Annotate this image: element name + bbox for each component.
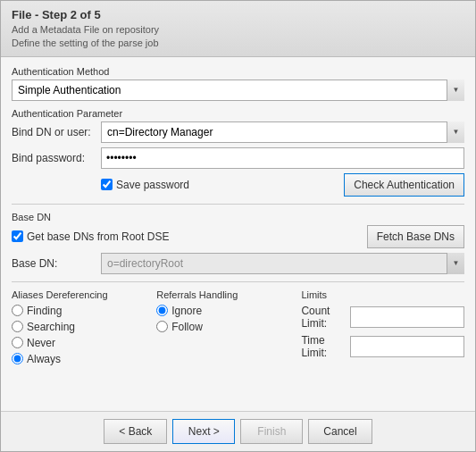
aliases-never[interactable]: Never — [12, 337, 147, 349]
auth-method-wrapper: Simple AuthenticationAnonymousDigest MD5… — [12, 80, 464, 101]
divider-1 — [12, 204, 464, 205]
dialog-title: File - Step 2 of 5 — [12, 8, 464, 21]
divider-2 — [12, 281, 464, 282]
finish-button[interactable]: Finish — [240, 419, 303, 444]
count-limit-label: Count Limit: — [301, 305, 349, 330]
auth-params-label: Authentication Parameter — [12, 108, 464, 119]
referrals-ignore-radio[interactable] — [156, 305, 168, 316]
aliases-radio-group: Finding Searching Never Always — [12, 305, 147, 365]
bind-dn-input-wrapper: cn=Directory Manager ▼ — [101, 121, 464, 143]
referrals-follow[interactable]: Follow — [156, 321, 292, 333]
auth-method-select[interactable]: Simple AuthenticationAnonymousDigest MD5… — [12, 80, 464, 101]
save-password-label[interactable]: Save password — [101, 179, 189, 191]
dialog-footer: < Back Next > Finish Cancel — [1, 411, 475, 451]
check-auth-button[interactable]: Check Authentication — [344, 173, 464, 197]
base-dn-select-wrapper: o=directoryRoot ▼ — [101, 253, 464, 274]
limits-label: Limits — [301, 289, 464, 300]
save-password-checkbox[interactable] — [101, 179, 113, 190]
back-button[interactable]: < Back — [104, 419, 167, 444]
referrals-label: Referrals Handling — [156, 289, 292, 300]
base-dn-select[interactable]: o=directoryRoot — [101, 253, 464, 274]
get-base-dns-checkbox[interactable] — [12, 230, 23, 242]
auth-method-label: Authentication Method — [12, 66, 464, 77]
count-limit-input[interactable]: 100 — [350, 306, 464, 328]
bind-password-label: Bind password: — [12, 152, 101, 164]
time-limit-input[interactable]: 0 — [350, 336, 464, 357]
aliases-label: Aliases Dereferencing — [12, 289, 147, 300]
check-auth-row: Save password Check Authentication — [12, 173, 464, 197]
bind-password-input-wrapper — [101, 147, 464, 169]
referrals-follow-radio[interactable] — [156, 321, 168, 332]
time-limit-label: Time Limit: — [301, 334, 349, 359]
limits-col: Limits Count Limit: 100 Time Limit: 0 — [301, 289, 464, 365]
dialog-subtitle-line2: Define the setting of the parse job — [12, 37, 464, 50]
referrals-ignore[interactable]: Ignore — [156, 305, 292, 317]
base-dn-section-label: Base DN — [12, 212, 464, 222]
dialog-subtitle-line1: Add a Metadata File on repository — [12, 23, 464, 37]
aliases-finding-radio[interactable] — [12, 305, 23, 316]
bind-dn-select-wrapper: cn=Directory Manager ▼ — [101, 121, 464, 143]
get-base-dns-label[interactable]: Get base DNs from Root DSE — [12, 230, 169, 243]
next-button[interactable]: Next > — [172, 419, 235, 444]
fetch-base-dns-button[interactable]: Fetch Base DNs — [367, 225, 464, 248]
base-dn-input-wrapper: o=directoryRoot ▼ — [101, 253, 464, 274]
bind-password-input[interactable] — [101, 147, 464, 169]
bind-password-row: Bind password: — [12, 147, 464, 169]
referrals-col: Referrals Handling Ignore Follow — [156, 289, 292, 365]
aliases-searching[interactable]: Searching — [12, 321, 147, 333]
base-dn-label: Base DN: — [12, 257, 101, 270]
cancel-button[interactable]: Cancel — [308, 419, 372, 444]
count-limit-row: Count Limit: 100 — [301, 305, 464, 330]
dialog: File - Step 2 of 5 Add a Metadata File o… — [0, 0, 476, 452]
aliases-finding[interactable]: Finding — [12, 305, 147, 317]
dialog-header: File - Step 2 of 5 Add a Metadata File o… — [1, 1, 475, 57]
aliases-col: Aliases Dereferencing Finding Searching … — [12, 289, 147, 365]
aliases-always-radio[interactable] — [12, 353, 23, 364]
dialog-body: Authentication Method Simple Authenticat… — [1, 57, 475, 411]
base-dn-top-row: Get base DNs from Root DSE Fetch Base DN… — [12, 225, 464, 248]
referrals-radio-group: Ignore Follow — [156, 305, 292, 333]
bind-dn-row: Bind DN or user: cn=Directory Manager ▼ — [12, 121, 464, 143]
time-limit-row: Time Limit: 0 — [301, 334, 464, 359]
base-dn-field-row: Base DN: o=directoryRoot ▼ — [12, 253, 464, 274]
aliases-searching-radio[interactable] — [12, 321, 23, 332]
aliases-never-radio[interactable] — [12, 337, 23, 348]
aliases-always[interactable]: Always — [12, 353, 147, 365]
bind-dn-select[interactable]: cn=Directory Manager — [101, 121, 464, 143]
bind-dn-label: Bind DN or user: — [12, 126, 101, 138]
columns-section: Aliases Dereferencing Finding Searching … — [12, 289, 464, 365]
